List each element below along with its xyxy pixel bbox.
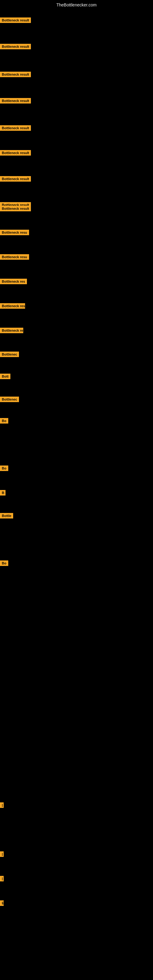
badge-label-7: Bottleneck result bbox=[0, 176, 31, 181]
bottleneck-badge-18[interactable]: Bo bbox=[0, 418, 8, 425]
badge-label-25: | bbox=[0, 876, 4, 881]
bottleneck-badge-17[interactable]: Bottlenec bbox=[0, 396, 19, 403]
bottleneck-badge-12[interactable]: Bottleneck res bbox=[0, 279, 27, 285]
badge-label-17: Bottlenec bbox=[0, 396, 19, 402]
badge-label-11: Bottleneck resu bbox=[0, 254, 29, 260]
bottleneck-badge-10[interactable]: Bottleneck resu bbox=[0, 230, 29, 236]
badge-label-20: B bbox=[0, 490, 5, 495]
badge-label-13: Bottleneck res bbox=[0, 303, 25, 309]
bottleneck-badge-19[interactable]: Bo bbox=[0, 466, 8, 472]
bottleneck-badge-20[interactable]: B bbox=[0, 490, 5, 497]
badge-label-16: Bott bbox=[0, 374, 10, 379]
bottleneck-badge-13[interactable]: Bottleneck res bbox=[0, 303, 25, 310]
badge-label-14: Bottleneck re bbox=[0, 328, 23, 333]
badge-label-26: E bbox=[0, 900, 4, 906]
bottleneck-badge-21[interactable]: Bottle bbox=[0, 513, 13, 520]
badge-label-1: Bottleneck result bbox=[0, 18, 31, 23]
badge-label-19: Bo bbox=[0, 466, 8, 471]
bottleneck-badge-3[interactable]: Bottleneck result bbox=[0, 72, 31, 78]
badge-label-22: Bo bbox=[0, 560, 8, 566]
bottleneck-badge-16[interactable]: Bott bbox=[0, 374, 10, 380]
bottleneck-badge-24[interactable]: | bbox=[0, 851, 2, 858]
bottleneck-badge-15[interactable]: Bottlenec bbox=[0, 352, 19, 358]
bottleneck-badge-25[interactable]: | bbox=[0, 876, 2, 883]
badge-label-2: Bottleneck result bbox=[0, 44, 31, 49]
bottleneck-badge-7[interactable]: Bottleneck result bbox=[0, 176, 31, 183]
badge-label-10: Bottleneck resu bbox=[0, 230, 29, 235]
badge-label-12: Bottleneck res bbox=[0, 279, 27, 284]
site-title: TheBottlenecker.com bbox=[0, 0, 153, 10]
badge-label-5: Bottleneck result bbox=[0, 125, 31, 131]
badge-label-24: | bbox=[0, 851, 4, 857]
bottleneck-badge-26[interactable]: E bbox=[0, 900, 2, 907]
badge-label-23: | bbox=[0, 802, 4, 808]
bottleneck-badge-14[interactable]: Bottleneck re bbox=[0, 328, 23, 334]
badge-label-15: Bottlenec bbox=[0, 352, 19, 357]
badge-label-18: Bo bbox=[0, 418, 8, 423]
bottleneck-badge-11[interactable]: Bottleneck resu bbox=[0, 254, 29, 261]
bottleneck-badge-23[interactable]: | bbox=[0, 802, 2, 809]
bottleneck-badge-6[interactable]: Bottleneck result bbox=[0, 150, 31, 157]
bottleneck-badge-22[interactable]: Bo bbox=[0, 560, 8, 567]
badge-label-9: Bottleneck result bbox=[0, 206, 31, 211]
bottleneck-badge-5[interactable]: Bottleneck result bbox=[0, 125, 31, 132]
bottleneck-badge-4[interactable]: Bottleneck result bbox=[0, 98, 31, 105]
bottleneck-badge-1[interactable]: Bottleneck result bbox=[0, 18, 31, 24]
bottleneck-badge-9[interactable]: Bottleneck result bbox=[0, 206, 31, 213]
badge-label-21: Bottle bbox=[0, 513, 13, 519]
badge-label-6: Bottleneck result bbox=[0, 150, 31, 156]
badge-label-3: Bottleneck result bbox=[0, 72, 31, 77]
bottleneck-badge-2[interactable]: Bottleneck result bbox=[0, 44, 31, 51]
badge-label-4: Bottleneck result bbox=[0, 98, 31, 103]
